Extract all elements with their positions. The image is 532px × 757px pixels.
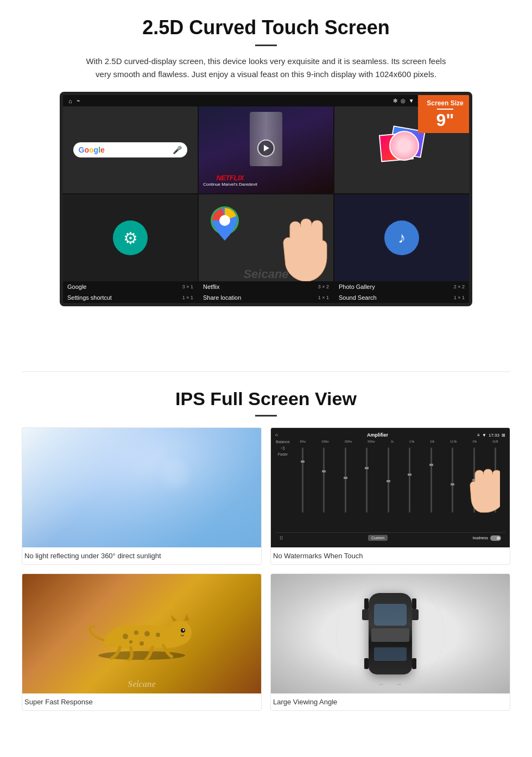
amp-time: 17:33 (489, 433, 499, 438)
svg-marker-11 (170, 615, 177, 622)
settings-app-cell[interactable]: ⚙ (63, 194, 198, 281)
svg-point-7 (129, 640, 132, 644)
amp-fader-label: Fader (275, 452, 290, 456)
svg-point-1 (219, 215, 230, 226)
freq-1k: 1k (391, 440, 394, 443)
wheel-fr (412, 598, 416, 609)
amp-vol-icon: ◁) (275, 446, 290, 450)
amp-eq-area: Balance ◁) Fader 60hz 100hz 200hz 500hz (275, 440, 505, 532)
microphone-icon: 🎤 (173, 146, 182, 154)
wheel-fl (364, 598, 369, 609)
screen-size-badge: Screen Size 9" (418, 95, 472, 133)
gallery-app-size: 2 × 2 (454, 284, 465, 289)
amp-eq-bars: 60hz 100hz 200hz 500hz 1k 2.5k 10k 12.5k… (293, 440, 505, 532)
amp-loudness: loudness (473, 535, 501, 541)
play-button[interactable] (257, 140, 275, 157)
slider-handle-7 (429, 464, 433, 466)
freq-12.5k: 12.5k (450, 440, 457, 443)
home-icon: ⌂ (68, 98, 72, 104)
freq-labels: 60hz 100hz 200hz 500hz 1k 2.5k 10k 12.5k… (293, 440, 505, 443)
amp-custom-btn[interactable]: Custom (368, 535, 388, 541)
car-card: ← → Large Viewing Angle (270, 573, 510, 711)
google-app-cell[interactable]: Google 🎤 (63, 106, 198, 193)
car-top-view (369, 593, 412, 674)
car-rear-window (374, 647, 407, 661)
amp-home-icon: ⌂ (275, 432, 278, 438)
maps-app-size: 1 × 1 (318, 295, 329, 300)
svg-marker-12 (184, 614, 189, 621)
angle-right: → (396, 680, 402, 688)
cheetah-caption: Super Fast Response (22, 693, 261, 710)
freq-10k: 10k (430, 440, 434, 443)
amp-balance-label: Balance (275, 440, 290, 444)
amp-loudness-label: loudness (473, 536, 488, 540)
netflix-app-label: Netflix (203, 283, 220, 290)
netflix-label: NETFLIX Continue Marvel's Daredevil (203, 174, 257, 187)
settings-gear-icon: ⚙ (123, 229, 138, 248)
amp-hand-svg (467, 464, 500, 513)
netflix-app-cell[interactable]: NETFLIX Continue Marvel's Daredevil (199, 106, 333, 193)
cheetah-card: Seicane Super Fast Response (22, 573, 262, 711)
eq-slider-8 (452, 447, 453, 513)
amp-bottom-controls: ⟨⟨ Custom loudness (275, 532, 505, 543)
google-app-size: 3 × 1 (182, 284, 193, 289)
google-search-bar[interactable]: Google 🎤 (73, 142, 188, 157)
eq-slider-5 (388, 447, 389, 513)
eq-slider-2 (323, 447, 325, 513)
settings-app-size: 1 × 1 (182, 295, 193, 300)
music-icon-circle: ♪ (384, 220, 419, 255)
badge-size: 9" (423, 111, 467, 129)
cheetah-image: Seicane (22, 574, 261, 693)
music-app-cell[interactable]: ♪ (334, 194, 469, 281)
eq-slider-7 (430, 447, 432, 513)
amplifier-card: ⌂ Amplifier ≡ ▼ 17:33 ⊠ Balance (270, 427, 510, 565)
slider-handle-5 (387, 480, 390, 482)
device-watermark: Seicane (243, 267, 288, 281)
toggle-knob (497, 537, 500, 540)
sunlight-caption: No light reflecting under 360° direct su… (22, 547, 261, 564)
google-app-label: Google (67, 283, 86, 290)
maps-g-icon (210, 205, 242, 248)
google-logo: Google (79, 146, 105, 154)
slider-handle-2 (322, 470, 326, 472)
svg-point-8 (140, 641, 144, 646)
angle-left: ← (378, 680, 385, 688)
amp-toggle[interactable] (490, 535, 501, 541)
eq-slider-6 (409, 447, 410, 513)
car-windshield (374, 604, 407, 626)
freq-100: 100hz (321, 440, 329, 443)
section2-title-underline (255, 415, 277, 417)
settings-icon-circle: ⚙ (113, 220, 148, 255)
maps-app-label: Share location (203, 294, 241, 301)
amp-left-labels: Balance ◁) Fader (275, 440, 290, 532)
svg-point-6 (156, 633, 160, 637)
amp-status-bar: ⌂ Amplifier ≡ ▼ 17:33 ⊠ (275, 432, 505, 438)
section1: 2.5D Curved Touch Screen With 2.5D curve… (0, 0, 532, 350)
car-image: ← → (271, 574, 510, 693)
app-labels-row: Google 3 × 1 Netflix 3 × 2 Photo Gallery… (63, 281, 469, 292)
netflix-label-cell: Netflix 3 × 2 (199, 281, 333, 292)
slider-handle-6 (408, 474, 411, 476)
netflix-subtitle: Continue Marvel's Daredevil (203, 182, 257, 187)
slider-handle-4 (365, 467, 369, 469)
section2-title: IPS Full Screen View (22, 388, 510, 409)
eq-slider-4 (366, 447, 368, 513)
sunlight-bg (22, 428, 261, 547)
device-screen: Screen Size 9" ⌂ ⌁ ✻ ◎ ▼ 15:06 ⊡ ◁) ⊠ (60, 92, 472, 306)
gallery-label-cell: Photo Gallery 2 × 2 (334, 281, 469, 292)
amplifier-image: ⌂ Amplifier ≡ ▼ 17:33 ⊠ Balance (271, 428, 510, 547)
badge-title: Screen Size (423, 99, 467, 107)
title-underline (255, 45, 277, 46)
slider-handle-8 (451, 483, 454, 485)
location-icon: ◎ (401, 98, 406, 104)
music-note-icon: ♪ (398, 229, 406, 247)
settings-app-label: Settings shortcut (67, 294, 112, 301)
google-label-cell: Google 3 × 1 (63, 281, 198, 292)
wheel-rl (364, 658, 369, 669)
section1-title: 2.5D Curved Touch Screen (33, 16, 499, 39)
gallery-stack (380, 128, 423, 172)
music-label-cell: Sound Search 1 × 1 (334, 292, 469, 303)
app-grid: Google 🎤 NETFLIX Continue Marv (63, 106, 469, 281)
cheetah-svg (87, 607, 196, 661)
netflix-logo-text: NETFLIX (203, 174, 257, 182)
